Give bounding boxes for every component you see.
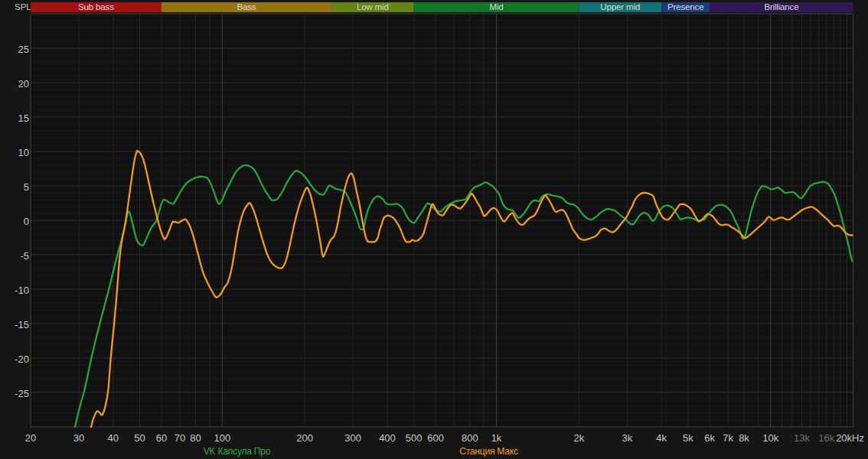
svg-text:10k: 10k (762, 432, 778, 444)
svg-text:20kHz: 20kHz (836, 432, 864, 444)
svg-text:2k: 2k (573, 432, 584, 444)
svg-text:1k: 1k (491, 432, 502, 444)
svg-text:-5: -5 (20, 250, 29, 262)
svg-text:4k: 4k (656, 432, 667, 444)
svg-text:6k: 6k (704, 432, 715, 444)
svg-text:20: 20 (18, 78, 29, 90)
svg-text:8k: 8k (739, 432, 749, 444)
svg-text:80: 80 (190, 432, 201, 444)
svg-text:5k: 5k (683, 432, 693, 444)
svg-text:VK Капсула Про: VK Капсула Про (204, 446, 271, 457)
svg-text:600: 600 (427, 432, 444, 444)
svg-text:400: 400 (379, 432, 396, 444)
svg-text:50: 50 (134, 432, 145, 444)
svg-text:70: 70 (175, 432, 185, 444)
svg-text:-10: -10 (15, 285, 29, 296)
svg-text:Sub bass: Sub bass (78, 2, 114, 11)
svg-text:20: 20 (25, 432, 36, 444)
svg-text:Presence: Presence (667, 2, 703, 11)
svg-text:300: 300 (344, 432, 361, 444)
svg-text:Mid: Mid (489, 2, 503, 11)
svg-text:13k: 13k (794, 432, 810, 444)
svg-text:200: 200 (296, 432, 313, 444)
svg-text:-25: -25 (15, 388, 29, 399)
svg-text:Станция Макс: Станция Макс (459, 446, 518, 457)
svg-text:-15: -15 (15, 319, 29, 330)
svg-text:-20: -20 (15, 353, 29, 365)
svg-text:5: 5 (24, 181, 29, 193)
svg-text:60: 60 (156, 432, 167, 444)
svg-text:800: 800 (462, 432, 478, 444)
svg-text:25: 25 (18, 44, 29, 55)
svg-text:Bass: Bass (237, 2, 256, 11)
svg-text:15: 15 (18, 112, 29, 124)
svg-text:Upper mid: Upper mid (600, 2, 640, 11)
svg-text:40: 40 (108, 432, 119, 444)
svg-text:SPL: SPL (15, 2, 31, 11)
svg-text:10: 10 (18, 147, 29, 158)
svg-text:500: 500 (406, 432, 423, 444)
svg-text:7k: 7k (723, 432, 733, 444)
svg-text:100: 100 (214, 432, 230, 444)
svg-text:16k: 16k (818, 432, 834, 444)
svg-text:Brilliance: Brilliance (764, 2, 798, 11)
svg-text:Low mid: Low mid (357, 2, 389, 11)
svg-text:0: 0 (24, 216, 29, 227)
svg-text:30: 30 (73, 432, 84, 444)
svg-text:3k: 3k (622, 432, 633, 444)
